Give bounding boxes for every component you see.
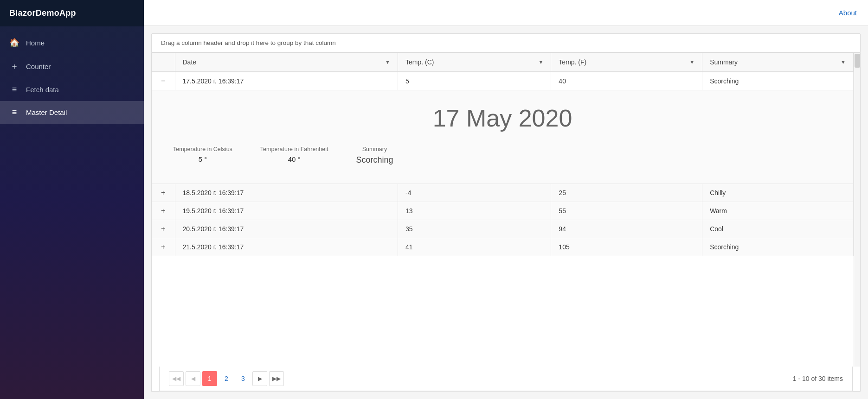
sidebar-nav: 🏠 Home ＋ Counter ≡ Fetch data ≡ Master D… <box>0 26 144 128</box>
sidebar-item-counter[interactable]: ＋ Counter <box>0 54 144 78</box>
sidebar: BlazorDemoApp 🏠 Home ＋ Counter ≡ Fetch d… <box>0 0 144 399</box>
page-3-button[interactable]: 3 <box>236 371 251 386</box>
table-row: + 18.5.2020 г. 16:39:17 -4 25 Chilly <box>152 184 854 202</box>
topbar: About <box>144 0 868 26</box>
date-cell-4: 20.5.2020 г. 16:39:17 <box>175 220 398 238</box>
collapse-button-1[interactable]: − <box>161 77 165 85</box>
scrollbar-thumb[interactable] <box>855 54 860 68</box>
detail-icon: ≡ <box>9 108 19 117</box>
expand-cell-2[interactable]: + <box>152 184 175 202</box>
sidebar-item-home[interactable]: 🏠 Home <box>0 31 144 54</box>
summary-cell-4: Cool <box>702 220 854 238</box>
sidebar-item-counter-label: Counter <box>26 63 51 70</box>
prev-page-button[interactable]: ◀ <box>186 371 200 386</box>
table-row: + 20.5.2020 г. 16:39:17 35 94 Cool <box>152 220 854 238</box>
summary-cell-5: Scorching <box>702 238 854 256</box>
expand-button-3[interactable]: + <box>161 207 165 215</box>
celsius-value: 5 ° <box>173 155 232 163</box>
sidebar-item-home-label: Home <box>26 39 45 47</box>
app-brand: BlazorDemoApp <box>0 0 144 26</box>
page-1-button[interactable]: 1 <box>202 371 217 386</box>
temp-c-cell-5: 41 <box>398 238 551 256</box>
expand-cell-4[interactable]: + <box>152 220 175 238</box>
table-row: + 21.5.2020 г. 16:39:17 41 105 Scorching <box>152 238 854 256</box>
col-summary[interactable]: Summary ▼ <box>702 53 854 72</box>
summary-cell-3: Warm <box>702 202 854 220</box>
detail-fields: Temperature in Celsius 5 ° Temperature i… <box>173 146 832 165</box>
pagination-info: 1 - 10 of 30 items <box>793 375 843 382</box>
summary-detail-value: Scorching <box>356 155 393 165</box>
pagination-bar: ◀◀ ◀ 1 2 3 ▶ ▶▶ 1 - 10 of 30 items <box>159 367 853 391</box>
temp-c-cell-4: 35 <box>398 220 551 238</box>
detail-row-1: 17 May 2020 Temperature in Celsius 5 ° <box>152 90 854 184</box>
temp-c-filter-icon[interactable]: ▼ <box>538 59 543 65</box>
drag-hint: Drag a column header and drop it here to… <box>151 33 861 52</box>
col-temp-c[interactable]: Temp. (C) ▼ <box>398 53 551 72</box>
summary-cell-2: Chilly <box>702 184 854 202</box>
col-temp-f[interactable]: Temp. (F) ▼ <box>551 53 702 72</box>
temp-f-cell-2: 25 <box>551 184 702 202</box>
page-2-button[interactable]: 2 <box>219 371 234 386</box>
first-page-button[interactable]: ◀◀ <box>169 371 184 386</box>
summary-cell-1: Scorching <box>702 72 854 90</box>
about-link[interactable]: About <box>839 9 857 17</box>
detail-field-celsius: Temperature in Celsius 5 ° <box>173 146 232 163</box>
date-cell-3: 19.5.2020 г. 16:39:17 <box>175 202 398 220</box>
expand-cell-1[interactable]: − <box>152 72 175 90</box>
summary-filter-icon[interactable]: ▼ <box>841 59 846 65</box>
col-expand <box>152 53 175 72</box>
table-scroll[interactable]: Date ▼ Temp. (C) ▼ <box>152 53 854 367</box>
expand-cell-5[interactable]: + <box>152 238 175 256</box>
fahrenheit-value: 40 ° <box>260 155 328 163</box>
main-content: About Drag a column header and drop it h… <box>144 0 868 399</box>
detail-cell-1: 17 May 2020 Temperature in Celsius 5 ° <box>152 90 854 184</box>
pagination-controls: ◀◀ ◀ 1 2 3 ▶ ▶▶ <box>169 371 284 386</box>
temp-f-cell-1: 40 <box>551 72 702 90</box>
date-filter-icon[interactable]: ▼ <box>385 59 390 65</box>
fahrenheit-label: Temperature in Fahrenheit <box>260 146 328 152</box>
temp-c-cell-1: 5 <box>398 72 551 90</box>
expand-button-5[interactable]: + <box>161 243 165 251</box>
detail-panel-1: 17 May 2020 Temperature in Celsius 5 ° <box>159 95 846 179</box>
table-header-row: Date ▼ Temp. (C) ▼ <box>152 53 854 72</box>
temp-f-cell-5: 105 <box>551 238 702 256</box>
home-icon: 🏠 <box>9 38 19 48</box>
date-cell-5: 21.5.2020 г. 16:39:17 <box>175 238 398 256</box>
temp-c-cell-3: 13 <box>398 202 551 220</box>
next-page-button[interactable]: ▶ <box>252 371 267 386</box>
temp-f-cell-3: 55 <box>551 202 702 220</box>
data-table-container: Date ▼ Temp. (C) ▼ <box>151 52 861 392</box>
list-icon: ≡ <box>9 85 19 95</box>
last-page-button[interactable]: ▶▶ <box>269 371 284 386</box>
temp-f-filter-icon[interactable]: ▼ <box>689 59 694 65</box>
date-cell-1: 17.5.2020 г. 16:39:17 <box>175 72 398 90</box>
detail-field-fahrenheit: Temperature in Fahrenheit 40 ° <box>260 146 328 163</box>
temp-f-cell-4: 94 <box>551 220 702 238</box>
expand-button-4[interactable]: + <box>161 225 165 233</box>
sidebar-item-master-detail-label: Master Detail <box>26 108 67 116</box>
data-table: Date ▼ Temp. (C) ▼ <box>152 53 854 256</box>
expand-cell-3[interactable]: + <box>152 202 175 220</box>
table-row: − 17.5.2020 г. 16:39:17 5 40 Scorching <box>152 72 854 90</box>
sidebar-item-fetch-data-label: Fetch data <box>26 86 59 94</box>
table-wrapper: Date ▼ Temp. (C) ▼ <box>152 53 860 367</box>
summary-label: Summary <box>356 146 393 152</box>
celsius-label: Temperature in Celsius <box>173 146 232 152</box>
date-cell-2: 18.5.2020 г. 16:39:17 <box>175 184 398 202</box>
plus-icon: ＋ <box>9 61 19 72</box>
col-date[interactable]: Date ▼ <box>175 53 398 72</box>
sidebar-item-fetch-data[interactable]: ≡ Fetch data <box>0 78 144 101</box>
sidebar-item-master-detail[interactable]: ≡ Master Detail <box>0 101 144 124</box>
temp-c-cell-2: -4 <box>398 184 551 202</box>
detail-field-summary: Summary Scorching <box>356 146 393 165</box>
scrollbar[interactable] <box>854 53 860 367</box>
content-area: Drag a column header and drop it here to… <box>144 26 868 399</box>
detail-date-title: 17 May 2020 <box>173 104 832 132</box>
table-row: + 19.5.2020 г. 16:39:17 13 55 Warm <box>152 202 854 220</box>
expand-button-2[interactable]: + <box>161 189 165 196</box>
